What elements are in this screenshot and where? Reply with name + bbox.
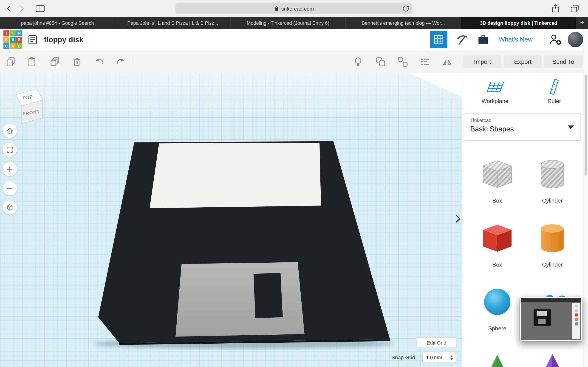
logo-cell: A	[10, 43, 16, 49]
screenshot-miniature	[521, 298, 581, 340]
grid-icon	[433, 34, 444, 45]
workplane-label: Workplane	[473, 98, 518, 104]
new-tab-button[interactable]: +	[576, 17, 588, 29]
minecraft-tools-button[interactable]	[453, 31, 470, 48]
floppy-disk-model[interactable]	[0, 73, 462, 367]
snap-grid-dropdown[interactable]: 1.0 mm	[422, 352, 456, 363]
mini-shape-dot	[575, 304, 578, 307]
logo-cell: T	[3, 30, 9, 36]
export-button[interactable]: Export	[504, 56, 541, 68]
tab-modeling-journal[interactable]: Modeling - Tinkercad (Journal Entry 6)	[231, 17, 346, 29]
shape-sphere[interactable]: Sphere	[477, 284, 518, 332]
refresh-icon	[402, 5, 410, 13]
redo-button[interactable]	[115, 56, 126, 67]
tab-overview-button[interactable]	[569, 3, 580, 14]
whats-new-link[interactable]: What's New	[499, 29, 532, 51]
shape-label: Cylinder	[532, 197, 573, 204]
tab-google-search[interactable]: papa johns #854 - Google Search	[0, 17, 115, 29]
zoom-in-button[interactable]	[2, 162, 17, 176]
view-cube[interactable]: TOP FRONT	[13, 83, 48, 127]
address-bar[interactable]: tinkercad.com	[175, 2, 413, 14]
tab-label: papa johns #854 - Google Search	[21, 20, 94, 25]
stepper-arrows[interactable]	[450, 355, 453, 360]
shape-cylinder-solid[interactable]: Cylinder	[532, 220, 573, 268]
minus-icon	[6, 185, 14, 192]
ungroup-button[interactable]	[397, 56, 408, 67]
tinkercad-logo[interactable]: T I N K E R C A D	[3, 30, 22, 49]
perspective-toggle-button[interactable]	[2, 200, 17, 215]
paste-icon	[26, 56, 37, 67]
delete-button[interactable]	[71, 56, 82, 67]
group-icon	[375, 56, 386, 67]
safari-toolbar: tinkercad.com	[0, 0, 588, 17]
invite-user-button[interactable]	[547, 31, 564, 48]
design-title[interactable]: floppy disk	[44, 29, 83, 51]
import-button[interactable]: Import	[464, 56, 502, 68]
classes-button[interactable]	[475, 31, 492, 48]
step-down-icon	[450, 358, 453, 360]
shape-box-solid[interactable]: Box	[477, 220, 518, 268]
mini-shape-dot	[575, 323, 578, 325]
paste-button[interactable]	[26, 56, 37, 67]
floppy-label[interactable]	[149, 143, 321, 208]
page-scrollbar[interactable]	[583, 29, 588, 367]
shape-box-hole[interactable]: Box	[477, 156, 518, 204]
toolbar-divider	[132, 55, 132, 69]
fit-view-icon	[6, 146, 14, 154]
workplane-tool[interactable]: Workplane	[473, 79, 518, 104]
workplane-canvas[interactable]: TOP FRONT	[0, 73, 462, 367]
tab-bar: papa johns #854 - Google Search Papa Joh…	[0, 17, 588, 29]
design-menu-button[interactable]	[24, 31, 41, 48]
logo-cell: E	[10, 37, 16, 43]
shape-cylinder-hole[interactable]: Cylinder	[532, 156, 573, 204]
share-button[interactable]	[550, 3, 561, 14]
tab-papa-johns[interactable]: Papa John's | L and S Pizza | L & S Pizz…	[115, 17, 231, 29]
dashboard-button[interactable]	[430, 31, 447, 48]
mini-shape-dot	[575, 318, 578, 321]
back-button[interactable]	[4, 3, 15, 14]
floppy-shutter[interactable]	[175, 262, 304, 337]
list-icon	[27, 34, 38, 45]
copy-button[interactable]	[5, 56, 17, 67]
tab-tech-blog[interactable]: Bennett's emerging tech blog — Wor...	[346, 17, 461, 29]
avatar[interactable]	[568, 32, 583, 47]
sidebar-toggle-button[interactable]	[35, 3, 46, 14]
edit-grid-button[interactable]: Edit Grid	[416, 337, 457, 348]
mini-shapes-panel	[572, 303, 580, 339]
header-divider	[545, 33, 545, 46]
ruler-tool[interactable]: Ruler	[532, 79, 577, 104]
mini-floppy-shutter	[538, 319, 546, 324]
scrollbar-thumb[interactable]	[585, 75, 587, 175]
mini-floppy	[534, 309, 551, 326]
tab-label: Modeling - Tinkercad (Journal Entry 6)	[247, 20, 329, 25]
forward-button[interactable]	[16, 3, 27, 14]
redo-icon	[115, 56, 126, 67]
tab-label: Bennett's emerging tech blog — Wor...	[362, 20, 445, 25]
chevron-left-icon	[5, 5, 14, 13]
fit-view-button[interactable]	[2, 143, 17, 157]
zoom-out-button[interactable]	[2, 181, 17, 195]
tab-tinkercad-active[interactable]: 3D design floppy disk | Tinkercad	[461, 17, 577, 29]
collapse-panel-button[interactable]	[453, 214, 462, 223]
refresh-button[interactable]	[402, 5, 410, 13]
plus-icon	[6, 166, 14, 173]
shape-cone-partial[interactable]	[477, 353, 518, 367]
screenshot-preview-thumbnail[interactable]	[520, 297, 582, 341]
home-icon	[6, 127, 14, 134]
shape-library-dropdown[interactable]: Tinkercad Basic Shapes	[465, 113, 581, 141]
shape-pyramid-partial[interactable]	[532, 353, 573, 367]
sphere-icon	[478, 284, 516, 321]
home-view-button[interactable]	[2, 124, 17, 138]
tips-button[interactable]	[353, 56, 364, 67]
undo-button[interactable]	[94, 56, 105, 67]
align-button[interactable]	[420, 56, 431, 67]
duplicate-button[interactable]	[49, 56, 61, 67]
plus-icon: +	[580, 19, 584, 27]
send-to-button[interactable]: Send To	[544, 56, 582, 68]
group-button[interactable]	[375, 56, 386, 67]
duplicate-icon	[49, 56, 61, 67]
mirror-button[interactable]	[441, 56, 453, 67]
mini-tab-bar	[521, 298, 581, 302]
library-selection: Basic Shapes	[470, 125, 514, 133]
cylinder-icon	[534, 220, 571, 258]
